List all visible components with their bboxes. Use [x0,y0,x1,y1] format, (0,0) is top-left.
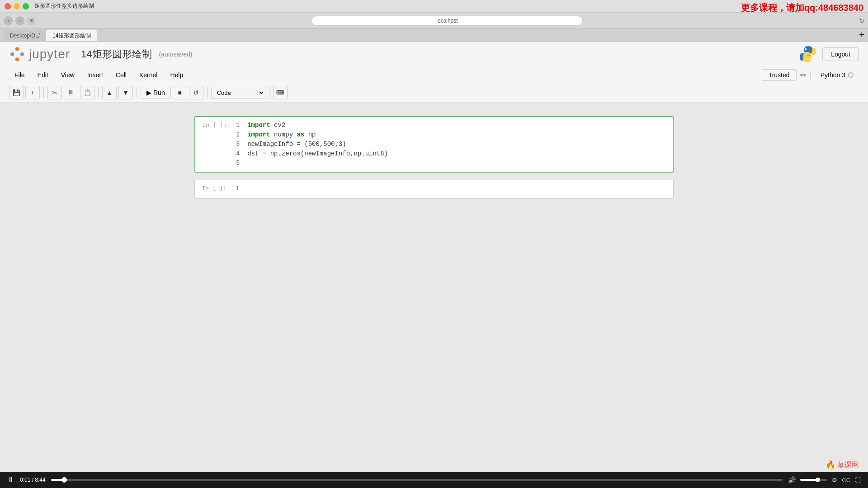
mukeceng-watermark: 🔥 慕课网 [826,460,859,470]
tab-notebook[interactable]: 14矩形圆形绘制 [46,30,97,41]
kernel-status: Python 3 [815,70,859,80]
captions-icon[interactable]: CC [842,477,850,483]
back-button[interactable]: ‹ [4,16,13,25]
cut-button[interactable]: ✂ [47,86,62,99]
save-button[interactable]: 💾 [9,86,24,99]
toolbar-separator-3 [137,87,137,98]
add-cell-button[interactable]: + [25,86,40,99]
restart-button[interactable]: ↺ [189,86,203,99]
svg-point-4 [805,48,807,50]
code-line-1: 1 import cv2 [236,121,668,130]
toolbar: 💾 + ✂ ⎘ 📋 ▲ ▼ ▶ Run ■ ↺ Code ⌨ [0,83,868,103]
run-label: Run [153,89,165,96]
toolbar-separator-5 [269,87,269,98]
new-tab-button[interactable]: + [859,30,864,41]
cell-1-prompt: In [ ]: [195,117,231,172]
header-right: Logout [799,45,859,63]
svg-point-2 [10,52,14,56]
keyboard-shortcuts-button[interactable]: ⌨ [273,86,288,99]
cell-1-input: In [ ]: 1 import cv2 2 import numpy as n… [194,116,674,173]
notebook-main: In [ ]: 1 import cv2 2 import numpy as n… [0,103,868,374]
svg-point-1 [15,57,19,61]
menu-file[interactable]: File [9,70,30,80]
toolbar-separator-4 [207,87,208,98]
paste-button[interactable]: 📋 [80,86,94,99]
volume-icon[interactable]: 🔊 [788,476,796,483]
menu-insert[interactable]: Insert [82,70,108,80]
maximize-button[interactable] [23,3,29,9]
menubar: File Edit View Insert Cell Kernel Help T… [0,67,868,83]
cell-1-code[interactable]: 1 import cv2 2 import numpy as np 3 newI… [231,117,673,172]
browser-tabs: Desktop/DL/ 14矩形圆形绘制 + [0,29,868,42]
autosaved-label: (autosaved) [159,51,193,58]
progress-bar[interactable] [51,479,783,481]
logout-button[interactable]: Logout [822,47,859,61]
code-line-2: 2 import numpy as np [236,130,668,140]
watermark: 更多课程，请加qq:484683840 [736,0,868,16]
address-text: localhost [436,18,458,24]
mukeceng-text: 慕课网 [837,460,859,470]
copy-button[interactable]: ⎘ [64,86,78,99]
traffic-lights[interactable] [5,3,29,9]
sidebar-toggle[interactable]: ⊞ [27,17,35,25]
menu-edit[interactable]: Edit [32,70,54,80]
player-right: 🔊 ⚙ CC ⛶ [788,476,861,483]
edit-pencil-icon[interactable]: ✏ [800,71,806,80]
jupyter-header: jupyter 14矩形圆形绘制 (autosaved) Logout [0,42,868,67]
progress-thumb [61,477,67,483]
flame-icon: 🔥 [826,460,835,470]
svg-point-3 [20,52,24,56]
minimize-button[interactable] [14,3,20,9]
svg-point-0 [15,47,19,51]
cell-type-select[interactable]: Code [211,87,265,99]
trusted-button[interactable]: Trusted [762,69,797,81]
svg-point-5 [809,58,811,60]
notebook-title: 14矩形圆形绘制 [81,47,151,61]
run-button[interactable]: ▶ Run [141,87,171,99]
window-title: 矩形圆形任意多边形绘制 [34,2,94,10]
jupyter-brand-text: jupyter [29,47,70,61]
interrupt-button[interactable]: ■ [173,86,187,99]
menu-right: Trusted ✏ | Python 3 [762,69,859,81]
cell-1: In [ ]: 1 import cv2 2 import numpy as n… [194,116,674,173]
menu-kernel[interactable]: Kernel [134,70,163,80]
settings-icon[interactable]: ⚙ [832,477,837,483]
kernel-circle-icon [848,72,854,78]
address-bar[interactable]: localhost [311,16,583,26]
move-up-button[interactable]: ▲ [102,86,117,99]
refresh-button[interactable]: ↻ [859,17,864,24]
code-line-5: 5 [236,159,668,168]
cell-2-code[interactable]: 1 [231,180,673,198]
toolbar-separator-1 [43,87,44,98]
code-line-4: 4 dst = np.zeros(newImageInfo,np.uint8) [236,149,668,159]
close-button[interactable] [5,3,11,9]
jupyter-logo-icon [9,46,25,62]
play-pause-button[interactable]: ⏸ [7,476,14,484]
menu-view[interactable]: View [56,70,80,80]
volume-bar[interactable] [800,479,827,481]
video-player: ⏸ 0:01 / 8:44 🔊 ⚙ CC ⛶ [0,472,868,488]
run-icon: ▶ [146,89,151,96]
move-down-button[interactable]: ▼ [118,86,133,99]
fullscreen-icon[interactable]: ⛶ [855,477,861,483]
python-logo-icon [799,45,817,63]
menu-cell[interactable]: Cell [110,70,132,80]
cell-2-input: In [ ]: 1 [194,180,674,199]
forward-button[interactable]: › [15,16,24,25]
video-time: 0:01 / 8:44 [20,477,46,483]
tab-desktop[interactable]: Desktop/DL/ [4,30,46,41]
code-line-empty-1: 1 [236,184,669,193]
cell-2-prompt: In [ ]: [195,180,231,198]
code-line-3: 3 newImageInfo = (500,500,3) [236,140,668,149]
jupyter-logo: jupyter 14矩形圆形绘制 (autosaved) [9,46,192,62]
cell-2: In [ ]: 1 [194,180,674,199]
menu-help[interactable]: Help [165,70,189,80]
titlebar: 矩形圆形任意多边形绘制 更多课程，请加qq:484683840 [0,0,868,13]
menu-items: File Edit View Insert Cell Kernel Help [9,70,189,80]
notebook-container: In [ ]: 1 import cv2 2 import numpy as n… [185,116,683,199]
kernel-name: Python 3 [821,71,845,79]
volume-thumb [816,478,820,482]
toolbar-separator-2 [98,87,99,98]
